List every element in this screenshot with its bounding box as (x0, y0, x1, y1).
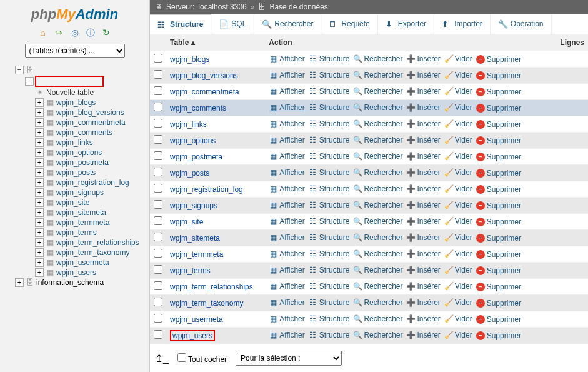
table-name-link[interactable]: wpjm_termmeta (170, 250, 223, 259)
action-drop[interactable]: −Supprimer (476, 71, 521, 80)
action-drop[interactable]: −Supprimer (476, 153, 521, 161)
tab-import[interactable]: ⬆Importer (434, 14, 491, 34)
expand-icon[interactable]: + (35, 108, 44, 117)
action-insert[interactable]: ➕Insérer (406, 103, 440, 112)
row-checkbox[interactable] (154, 135, 162, 144)
row-checkbox[interactable] (154, 249, 162, 258)
action-search[interactable]: 🔍Rechercher (353, 184, 402, 193)
db-node-current[interactable]: − (15, 75, 147, 88)
row-checkbox[interactable] (154, 54, 162, 63)
action-empty[interactable]: 🧹Vider (444, 136, 472, 144)
action-empty[interactable]: 🧹Vider (444, 282, 472, 291)
tree-table-item[interactable]: +▦wpjm_postmeta (35, 158, 147, 168)
tree-table-item[interactable]: +▦wpjm_signups (35, 188, 147, 198)
reload-icon[interactable]: ↻ (101, 28, 111, 38)
action-insert[interactable]: ➕Insérer (406, 184, 440, 193)
row-checkbox[interactable] (154, 86, 162, 95)
logout-icon[interactable]: ↪ (54, 28, 64, 38)
action-structure[interactable]: ☷Structure (309, 249, 350, 258)
expand-icon[interactable]: + (35, 158, 44, 167)
action-drop[interactable]: −Supprimer (476, 55, 521, 64)
action-search[interactable]: 🔍Rechercher (353, 119, 402, 128)
row-checkbox[interactable] (154, 216, 162, 225)
tab-query[interactable]: 🗒Requête (321, 14, 377, 34)
action-structure[interactable]: ☷Structure (309, 103, 350, 112)
action-drop[interactable]: −Supprimer (476, 250, 521, 259)
expand-icon[interactable]: + (35, 208, 44, 217)
action-structure[interactable]: ☷Structure (309, 201, 350, 209)
action-browse[interactable]: ▦Afficher (269, 184, 304, 193)
action-empty[interactable]: 🧹Vider (444, 314, 472, 323)
expand-icon[interactable]: + (35, 218, 44, 227)
table-name-link[interactable]: wpjm_usermeta (170, 315, 223, 324)
action-browse[interactable]: ▦Afficher (269, 331, 304, 339)
tree-table-item[interactable]: +▦wpjm_posts (35, 168, 147, 178)
check-all-box[interactable] (177, 353, 186, 362)
row-checkbox[interactable] (154, 70, 162, 79)
action-insert[interactable]: ➕Insérer (406, 249, 440, 258)
expand-icon[interactable]: + (35, 248, 44, 257)
action-browse[interactable]: ▦Afficher (269, 87, 304, 96)
action-insert[interactable]: ➕Insérer (406, 71, 440, 79)
action-empty[interactable]: 🧹Vider (444, 217, 472, 226)
tree-table-item[interactable]: +▦wpjm_links (35, 138, 147, 148)
action-structure[interactable]: ☷Structure (309, 233, 350, 242)
expand-icon[interactable]: + (35, 228, 44, 237)
action-drop[interactable]: −Supprimer (476, 299, 521, 308)
action-drop[interactable]: −Supprimer (476, 315, 521, 324)
action-insert[interactable]: ➕Insérer (406, 152, 440, 161)
action-empty[interactable]: 🧹Vider (444, 87, 472, 96)
row-checkbox[interactable] (154, 184, 162, 193)
action-search[interactable]: 🔍Rechercher (353, 136, 402, 144)
action-browse[interactable]: ▦Afficher (269, 201, 304, 209)
tab-export[interactable]: ⬇Exporter (378, 14, 434, 34)
action-search[interactable]: 🔍Rechercher (353, 103, 402, 112)
row-checkbox[interactable] (154, 200, 162, 209)
action-insert[interactable]: ➕Insérer (406, 314, 440, 323)
row-checkbox[interactable] (154, 281, 162, 290)
action-search[interactable]: 🔍Rechercher (353, 314, 402, 323)
action-search[interactable]: 🔍Rechercher (353, 282, 402, 291)
action-drop[interactable]: −Supprimer (476, 283, 521, 291)
table-name-link[interactable]: wpjm_blog_versions (170, 71, 238, 80)
action-empty[interactable]: 🧹Vider (444, 298, 472, 307)
action-structure[interactable]: ☷Structure (309, 282, 350, 291)
table-name-link[interactable]: wpjm_links (170, 120, 207, 129)
action-empty[interactable]: 🧹Vider (444, 184, 472, 193)
expand-icon[interactable]: + (35, 148, 44, 157)
table-name-link[interactable]: wpjm_sitemeta (170, 234, 220, 243)
tree-table-item[interactable]: +▦wpjm_users (35, 268, 147, 278)
action-drop[interactable]: −Supprimer (476, 266, 521, 275)
tree-table-item[interactable]: +▦wpjm_term_relationships (35, 238, 147, 248)
action-insert[interactable]: ➕Insérer (406, 201, 440, 209)
row-checkbox[interactable] (154, 168, 162, 176)
expand-icon[interactable]: + (15, 278, 24, 287)
expand-icon[interactable]: + (35, 268, 44, 277)
action-insert[interactable]: ➕Insérer (406, 136, 440, 144)
tab-operations[interactable]: 🔧Opération (491, 14, 552, 34)
action-empty[interactable]: 🧹Vider (444, 266, 472, 274)
row-checkbox[interactable] (154, 103, 162, 111)
table-name-link[interactable]: wpjm_postmeta (170, 153, 222, 161)
tree-table-item[interactable]: +▦wpjm_termmeta (35, 218, 147, 228)
action-search[interactable]: 🔍Rechercher (353, 249, 402, 258)
action-browse[interactable]: ▦Afficher (269, 314, 304, 323)
tree-table-item[interactable]: +▦wpjm_blog_versions (35, 108, 147, 118)
sql-icon[interactable]: ◎ (70, 28, 80, 38)
action-browse[interactable]: ▦Afficher (269, 233, 304, 242)
row-checkbox[interactable] (154, 330, 162, 339)
expand-icon[interactable]: + (35, 168, 44, 177)
db-node[interactable]: − 🗄 (15, 65, 147, 75)
tree-table-item[interactable]: +▦wpjm_terms (35, 228, 147, 238)
action-structure[interactable]: ☷Structure (309, 136, 350, 144)
table-name-link[interactable]: wpjm_comments (170, 104, 226, 113)
row-checkbox[interactable] (154, 265, 162, 274)
action-search[interactable]: 🔍Rechercher (353, 54, 402, 63)
new-table-link[interactable]: ✴ Nouvelle table (35, 88, 147, 98)
table-name-link[interactable]: wpjm_users (170, 330, 215, 341)
action-drop[interactable]: −Supprimer (476, 136, 521, 145)
action-search[interactable]: 🔍Rechercher (353, 152, 402, 161)
action-structure[interactable]: ☷Structure (309, 217, 350, 226)
action-insert[interactable]: ➕Insérer (406, 233, 440, 242)
expand-icon[interactable]: + (35, 198, 44, 207)
